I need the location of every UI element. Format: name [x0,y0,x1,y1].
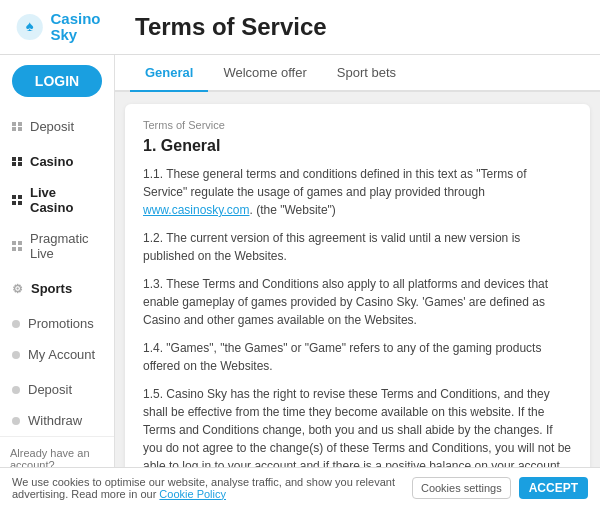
cookie-policy-link[interactable]: Cookie Policy [159,488,226,500]
cookie-text: We use cookies to optimise our website, … [12,476,404,500]
tab-welcome-offer[interactable]: Welcome offer [208,55,321,92]
grid-icon [12,157,22,167]
tos-label: Terms of Service [143,119,572,131]
sidebar-label: Deposit [30,119,74,134]
sidebar-label: My Account [28,347,95,362]
sidebar-label: Live Casino [30,185,102,215]
accept-button[interactable]: ACCEPT [519,477,588,499]
star-icon: ⚙ [12,282,23,296]
dot-icon [12,417,20,425]
svg-text:♠: ♠ [26,18,34,34]
main-content: General Welcome offer Sport bets Terms o… [115,55,600,467]
tab-sport-bets[interactable]: Sport bets [322,55,411,92]
tos-paragraph-1: 1.1. These general terms and conditions … [143,165,572,219]
tos-link[interactable]: www.casinosky.com [143,203,249,217]
sidebar-label: Withdraw [28,413,82,428]
dot-icon [12,386,20,394]
sidebar-item-sports[interactable]: ⚙ Sports [0,273,114,304]
sidebar-item-pragmatic-live[interactable]: Pragmatic Live [0,223,114,269]
grid-icon [12,122,22,132]
grid-icon [12,195,22,205]
sidebar-item-withdraw[interactable]: Withdraw [0,405,114,436]
logo-icon: ♠ [15,11,44,43]
tab-general[interactable]: General [130,55,208,92]
tos-paragraph-3: 1.3. These Terms and Conditions also app… [143,275,572,329]
page-title: Terms of Service [125,13,585,41]
tos-paragraph-2: 1.2. The current version of this agreeme… [143,229,572,265]
logo-text: Casino Sky [50,11,125,44]
logo: ♠ Casino Sky [15,11,125,44]
sidebar-item-deposit2[interactable]: Deposit [0,374,114,405]
sidebar-label: Sports [31,281,72,296]
content-card: Terms of Service 1. General 1.1. These g… [125,104,590,467]
sidebar-label: Pragmatic Live [30,231,102,261]
login-button[interactable]: LOGIN [12,65,102,97]
sidebar: LOGIN Deposit Casino Live Casino Pragmat… [0,55,115,467]
sidebar-item-promotions[interactable]: Promotions [0,308,114,339]
sidebar-item-deposit[interactable]: Deposit [0,111,114,142]
tos-paragraph-4: 1.4. "Games", "the Games" or "Game" refe… [143,339,572,375]
tos-paragraph-5: 1.5. Casino Sky has the right to revise … [143,385,572,467]
sidebar-label: Casino [30,154,73,169]
cookie-bar: We use cookies to optimise our website, … [0,467,600,507]
sidebar-label: Promotions [28,316,94,331]
sidebar-item-casino[interactable]: Casino [0,146,114,177]
cookies-settings-button[interactable]: Cookies settings [412,477,511,499]
tos-section-title: 1. General [143,137,572,155]
tabs: General Welcome offer Sport bets [115,55,600,92]
sidebar-item-live-casino[interactable]: Live Casino [0,177,114,223]
sidebar-item-my-account[interactable]: My Account [0,339,114,370]
dot-icon [12,351,20,359]
grid-icon [12,241,22,251]
header: ♠ Casino Sky Terms of Service [0,0,600,55]
dot-icon [12,320,20,328]
sidebar-label: Deposit [28,382,72,397]
